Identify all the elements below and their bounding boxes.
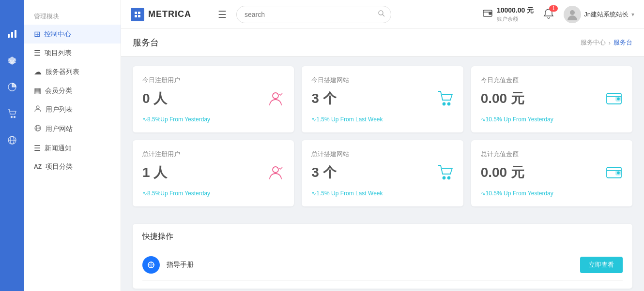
icon-bar-globe[interactable]: [7, 135, 17, 147]
logo-area: METRICA: [131, 8, 218, 21]
quick-item-label-guide: 指导手册: [167, 261, 580, 269]
stat-trend-today-users: ∿8.5%Up From Yesterday: [142, 116, 284, 123]
stat-card-top-total-sites: 3 个: [311, 163, 453, 185]
stat-card-top-total-recharge: 0.00 元: [481, 163, 623, 185]
sidebar-item-news-notice[interactable]: ☰ 新闻通知: [24, 139, 121, 158]
quick-action-view-button[interactable]: 立即查看: [580, 257, 623, 273]
content-relative: 服务台 服务中心 › 服务台 今日注册用户 0 人: [121, 29, 644, 291]
quick-actions-title: 快捷操作: [142, 232, 623, 242]
search-icon[interactable]: [378, 10, 385, 19]
sidebar-label-server-list: 服务器列表: [46, 68, 79, 76]
svg-point-23: [443, 103, 445, 105]
stat-value-today-sites: 3 个: [311, 89, 336, 108]
sidebar-item-server-list[interactable]: ☁ 服务器列表: [24, 62, 121, 81]
svg-rect-0: [8, 34, 10, 38]
breadcrumb-separator: ›: [609, 39, 611, 46]
svg-point-24: [447, 103, 450, 105]
stat-trend-total-users: ∿8.5%Up From Yesterday: [142, 190, 284, 197]
wallet-icon: [482, 8, 493, 21]
page-header: 服务台 服务中心 › 服务台: [121, 29, 644, 57]
sidebar-item-project-category[interactable]: AZ 项目分类: [24, 158, 121, 176]
notification-badge: 1: [549, 5, 558, 12]
sidebar-item-project-list[interactable]: ☰ 项目列表: [24, 44, 121, 62]
sidebar-item-control-center[interactable]: ⊞ 控制中心: [24, 25, 121, 44]
chevron-down-icon: ▾: [631, 11, 634, 18]
svg-rect-13: [135, 12, 137, 14]
stat-label-total-recharge: 总计充值金额: [481, 150, 623, 159]
stat-trend-total-sites: ∿1.5% Up From Last Week: [311, 190, 453, 197]
sidebar-label-member-category: 会员分类: [45, 87, 72, 95]
notification-area[interactable]: 1: [543, 8, 554, 21]
project-list-icon: ☰: [34, 48, 41, 58]
icon-bar-pie[interactable]: [7, 82, 17, 94]
icon-bar-layers[interactable]: [7, 56, 17, 68]
breadcrumb: 服务中心 › 服务台: [581, 38, 632, 47]
stat-card-top-today-users: 0 人: [142, 89, 284, 111]
svg-point-4: [11, 116, 13, 118]
icon-bar-cart[interactable]: [7, 109, 17, 121]
stats-row-2: 总计注册用户 1 人 ∿8.5%Up From Yes: [133, 140, 632, 206]
sidebar-label-user-website: 用户网站: [46, 125, 73, 133]
stat-label-total-sites: 总计搭建网站: [311, 150, 453, 159]
stat-value-today-recharge: 0.00 元: [481, 89, 524, 108]
sidebar-section-title: 管理模块: [24, 5, 121, 25]
stat-trend-today-sites: ∿1.5% Up From Last Week: [311, 116, 453, 123]
stat-value-total-sites: 3 个: [311, 163, 336, 182]
page-title: 服务台: [133, 37, 159, 48]
svg-point-5: [14, 116, 15, 118]
user-today-icon: [267, 89, 284, 111]
quick-actions-section: 快捷操作 指导手册 立即查看: [121, 224, 644, 291]
svg-point-35: [150, 263, 153, 266]
cart-today-icon: [436, 89, 454, 111]
stat-label-today-users: 今日注册用户: [142, 76, 284, 85]
icon-bar: [0, 0, 24, 291]
stat-card-top-total-users: 1 人: [142, 163, 284, 185]
search-input[interactable]: [236, 6, 391, 23]
control-center-icon: ⊞: [34, 29, 40, 39]
svg-rect-15: [135, 15, 137, 17]
sidebar-item-user-website[interactable]: 用户网站: [24, 119, 121, 139]
svg-rect-14: [138, 12, 140, 14]
svg-point-22: [273, 93, 278, 99]
user-website-icon: [34, 124, 42, 134]
content-area: 服务台 服务中心 › 服务台 今日注册用户 0 人: [121, 29, 644, 291]
stat-label-today-sites: 今日搭建网站: [311, 76, 453, 85]
stat-value-today-users: 0 人: [142, 89, 167, 108]
sidebar-item-user-list[interactable]: 用户列表: [24, 100, 121, 119]
svg-rect-1: [11, 32, 13, 38]
sidebar-item-member-category[interactable]: ▦ 会员分类: [24, 81, 121, 100]
cart-total-icon: [436, 163, 454, 185]
stat-card-total-sites: 总计搭建网站 3 个 ∿1.5% Up From La: [302, 140, 463, 206]
stat-card-total-recharge: 总计充值金额 0.00 元: [471, 140, 632, 206]
search-box: [236, 6, 391, 23]
balance-detail: 10000.00 元 账户余额: [497, 6, 534, 23]
stat-card-today-users: 今日注册用户 0 人 ∿8.5%Up From Yes: [133, 66, 294, 132]
logo-text: METRICA: [148, 9, 191, 19]
stat-value-total-users: 1 人: [142, 163, 167, 182]
user-total-icon: [267, 163, 284, 185]
main-area: METRICA ☰: [121, 0, 644, 291]
stat-card-top-today-recharge: 0.00 元: [481, 89, 623, 111]
stats-section: 今日注册用户 0 人 ∿8.5%Up From Yes: [121, 57, 644, 224]
icon-bar-chart[interactable]: [7, 29, 17, 41]
menu-toggle-button[interactable]: ☰: [218, 9, 227, 20]
sidebar-label-user-list: 用户列表: [46, 105, 73, 114]
guide-icon: [142, 256, 160, 274]
sidebar: 管理模块 ⊞ 控制中心 ☰ 项目列表 ☁ 服务器列表 ▦ 会员分类 用户列表: [24, 0, 121, 291]
svg-point-27: [617, 98, 619, 100]
svg-point-21: [570, 10, 575, 15]
user-area[interactable]: Jn建站系统站长 ▾: [564, 6, 634, 23]
balance-label: 账户余额: [497, 15, 534, 23]
stat-label-today-recharge: 今日充值金额: [481, 76, 623, 85]
header: METRICA ☰: [121, 0, 644, 29]
svg-point-29: [443, 177, 445, 179]
svg-rect-16: [138, 15, 140, 17]
wallet-today-icon: [605, 89, 623, 111]
svg-point-28: [273, 167, 278, 173]
sidebar-label-project-list: 项目列表: [45, 49, 72, 58]
stat-card-today-recharge: 今日充值金额 0.00 元: [471, 66, 632, 132]
quick-item-guide: 指导手册 立即查看: [142, 249, 623, 281]
svg-point-9: [36, 106, 39, 109]
balance-info: 10000.00 元 账户余额: [482, 6, 534, 23]
server-list-icon: ☁: [34, 67, 42, 76]
